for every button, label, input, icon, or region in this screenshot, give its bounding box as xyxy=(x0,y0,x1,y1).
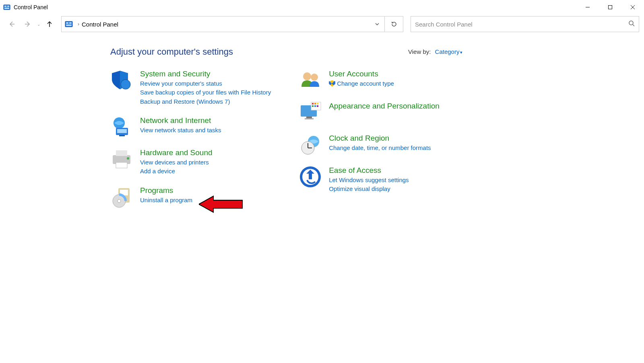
category-clock-region: Clock and Region Change date, time, or n… xyxy=(299,133,440,156)
svg-rect-34 xyxy=(306,117,312,118)
titlebar-left: Control Panel xyxy=(3,4,48,11)
category-title[interactable]: System and Security xyxy=(140,69,271,79)
monitor-palette-icon[interactable] xyxy=(299,101,322,124)
category-link[interactable]: Review your computer's status xyxy=(140,79,271,88)
category-system-security: System and Security Review your computer… xyxy=(110,69,271,106)
view-by-label: View by: xyxy=(408,48,431,55)
control-panel-icon xyxy=(3,4,10,11)
forward-button[interactable] xyxy=(21,17,35,31)
svg-rect-20 xyxy=(117,129,127,133)
category-title[interactable]: Network and Internet xyxy=(140,116,221,126)
toolbar: ⌄ › Control Panel xyxy=(0,14,644,34)
up-button[interactable] xyxy=(43,17,56,31)
category-link[interactable]: Let Windows suggest settings xyxy=(329,176,409,185)
ease-of-access-icon[interactable] xyxy=(299,166,322,188)
category-title[interactable]: Clock and Region xyxy=(329,133,431,144)
address-bar[interactable]: › Control Panel xyxy=(61,16,403,32)
svg-rect-13 xyxy=(69,23,72,24)
minimize-button[interactable] xyxy=(576,0,599,14)
disc-box-icon[interactable] xyxy=(110,186,133,208)
category-title[interactable]: Ease of Access xyxy=(329,166,409,176)
category-title[interactable]: Appearance and Personalization xyxy=(329,101,440,111)
category-link[interactable]: Add a device xyxy=(140,167,213,176)
users-icon[interactable] xyxy=(299,69,322,92)
svg-rect-14 xyxy=(66,25,71,26)
svg-rect-12 xyxy=(66,23,68,24)
category-network-internet: Network and Internet View network status… xyxy=(110,116,271,138)
close-button[interactable] xyxy=(621,0,644,14)
category-hardware-sound: Hardware and Sound View devices and prin… xyxy=(110,148,271,176)
svg-rect-11 xyxy=(65,21,72,27)
content-area: Adjust your computer's settings View by:… xyxy=(0,34,644,208)
address-dropdown[interactable] xyxy=(370,16,384,32)
svg-rect-39 xyxy=(317,103,318,105)
category-link[interactable]: View devices and printers xyxy=(140,158,213,167)
window-title: Control Panel xyxy=(14,4,48,10)
breadcrumb-chevron-icon[interactable]: › xyxy=(78,21,79,27)
svg-marker-30 xyxy=(199,196,242,212)
search-input[interactable] xyxy=(415,21,628,28)
printer-icon[interactable] xyxy=(110,148,133,170)
breadcrumb-location[interactable]: Control Panel xyxy=(82,21,370,28)
category-title[interactable]: Programs xyxy=(140,186,192,196)
red-arrow-annotation xyxy=(199,195,243,215)
category-programs: Programs Uninstall a program xyxy=(110,186,271,208)
svg-point-31 xyxy=(303,72,311,80)
control-panel-icon xyxy=(65,20,73,28)
window-controls xyxy=(576,0,644,14)
maximize-button[interactable] xyxy=(599,0,621,14)
category-column-2: User Accounts Change account type Appear… xyxy=(299,69,440,208)
category-link[interactable]: Change date, time, or number formats xyxy=(329,144,431,153)
recent-locations-caret[interactable]: ⌄ xyxy=(37,22,40,27)
svg-rect-42 xyxy=(317,105,318,107)
svg-rect-40 xyxy=(312,105,314,107)
globe-network-icon[interactable] xyxy=(110,116,133,138)
svg-rect-1 xyxy=(4,6,6,7)
category-title[interactable]: User Accounts xyxy=(329,69,394,79)
category-link-uninstall-program[interactable]: Uninstall a program xyxy=(140,196,192,205)
view-by: View by: Category▾ xyxy=(408,48,462,55)
category-title[interactable]: Hardware and Sound xyxy=(140,148,213,158)
svg-rect-41 xyxy=(314,105,316,107)
category-columns: System and Security Review your computer… xyxy=(110,69,644,208)
chevron-down-icon[interactable]: ▾ xyxy=(460,50,462,55)
page-heading: Adjust your computer's settings xyxy=(110,47,644,57)
category-link-change-account-type[interactable]: Change account type xyxy=(329,79,394,88)
svg-line-16 xyxy=(633,25,634,26)
clock-globe-icon[interactable] xyxy=(299,133,322,156)
category-column-1: System and Security Review your computer… xyxy=(110,69,271,208)
svg-rect-3 xyxy=(4,8,9,9)
category-ease-of-access: Ease of Access Let Windows suggest setti… xyxy=(299,166,440,194)
category-appearance-personalization: Appearance and Personalization xyxy=(299,101,440,124)
shield-icon[interactable] xyxy=(110,69,133,92)
search-box[interactable] xyxy=(411,16,639,32)
category-link[interactable]: View network status and tasks xyxy=(140,126,221,135)
category-link[interactable]: Optimize visual display xyxy=(329,185,409,194)
svg-rect-37 xyxy=(312,103,314,105)
svg-rect-2 xyxy=(7,6,9,7)
category-link[interactable]: Backup and Restore (Windows 7) xyxy=(140,97,271,107)
svg-rect-35 xyxy=(305,118,314,119)
svg-point-25 xyxy=(127,157,129,160)
category-user-accounts: User Accounts Change account type xyxy=(299,69,440,92)
search-icon[interactable] xyxy=(628,20,635,28)
view-by-value[interactable]: Category xyxy=(435,48,460,55)
refresh-button[interactable] xyxy=(384,16,403,32)
svg-rect-21 xyxy=(119,135,125,136)
back-button[interactable] xyxy=(5,17,19,31)
category-link[interactable]: Save backup copies of your files with Fi… xyxy=(140,88,271,97)
svg-rect-5 xyxy=(609,6,612,9)
svg-point-29 xyxy=(118,199,121,203)
titlebar: Control Panel xyxy=(0,0,644,14)
svg-point-32 xyxy=(311,74,318,81)
svg-rect-38 xyxy=(314,103,316,105)
svg-rect-23 xyxy=(116,150,127,156)
svg-rect-24 xyxy=(116,162,127,168)
svg-rect-0 xyxy=(4,5,10,10)
svg-point-15 xyxy=(629,21,633,25)
svg-point-17 xyxy=(121,80,130,89)
